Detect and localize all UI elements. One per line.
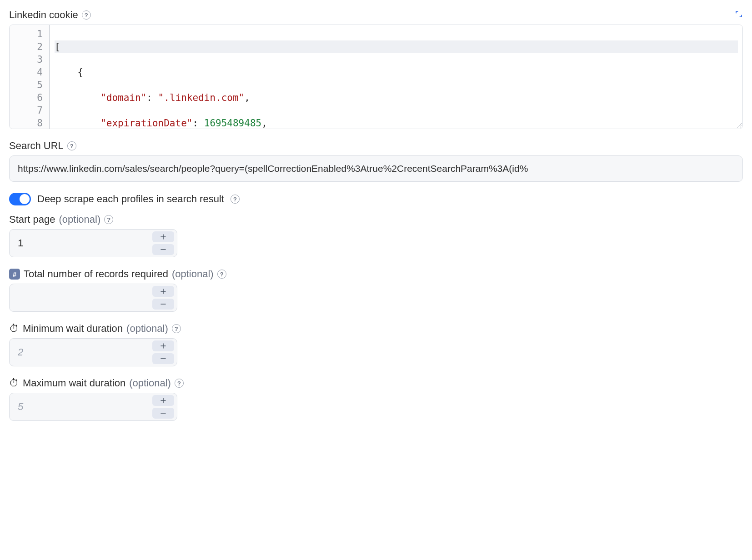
min-wait-label: Minimum wait duration <box>23 323 123 335</box>
toggle-knob <box>20 194 30 204</box>
line-number: 7 <box>14 104 43 117</box>
decrement-button[interactable] <box>152 408 174 419</box>
increment-button[interactable] <box>152 286 174 297</box>
line-number: 1 <box>14 28 43 40</box>
code-token: ".linkedin.com" <box>158 92 245 103</box>
optional-text: (optional) <box>172 268 214 280</box>
help-icon[interactable]: ? <box>104 215 113 224</box>
decrement-button[interactable] <box>152 244 174 255</box>
min-wait-input[interactable] <box>10 339 152 366</box>
deep-scrape-label: Deep scrape each profiles in search resu… <box>37 193 224 205</box>
total-records-label: Total number of records required <box>24 268 168 280</box>
stopwatch-icon: ⏱ <box>9 323 19 335</box>
optional-text: (optional) <box>59 214 101 225</box>
help-icon[interactable]: ? <box>231 195 240 204</box>
help-icon[interactable]: ? <box>82 10 91 20</box>
cookie-code-editor[interactable]: 1 2 3 4 5 6 7 8 [ { "domain": ".linkedin… <box>9 25 743 129</box>
help-icon[interactable]: ? <box>172 324 181 333</box>
total-records-input[interactable] <box>10 284 152 311</box>
line-number: 6 <box>14 91 43 104</box>
line-number: 5 <box>14 79 43 91</box>
code-content[interactable]: [ { "domain": ".linkedin.com", "expirati… <box>50 25 742 129</box>
deep-scrape-toggle[interactable] <box>9 193 31 205</box>
code-token: "domain" <box>100 92 146 103</box>
help-icon[interactable]: ? <box>175 379 184 388</box>
optional-text: (optional) <box>126 323 168 335</box>
increment-button[interactable] <box>152 395 174 406</box>
increment-button[interactable] <box>152 231 174 242</box>
line-number: 4 <box>14 66 43 79</box>
max-wait-input[interactable] <box>10 393 152 420</box>
decrement-button[interactable] <box>152 299 174 310</box>
start-page-label: Start page <box>9 214 55 225</box>
search-url-label: Search URL <box>9 140 64 152</box>
decrement-button[interactable] <box>152 353 174 364</box>
help-icon[interactable]: ? <box>217 270 226 279</box>
start-page-input[interactable] <box>10 230 152 257</box>
cookie-label: Linkedin cookie <box>9 9 78 21</box>
search-url-input[interactable] <box>9 155 743 182</box>
code-token: 1695489485 <box>204 118 261 129</box>
help-icon[interactable]: ? <box>67 141 76 150</box>
expand-icon[interactable] <box>735 9 743 21</box>
optional-text: (optional) <box>129 377 171 389</box>
increment-button[interactable] <box>152 340 174 351</box>
code-gutter: 1 2 3 4 5 6 7 8 <box>10 25 50 129</box>
stopwatch-icon: ⏱ <box>9 377 19 389</box>
line-number: 2 <box>14 40 43 53</box>
line-number: 3 <box>14 53 43 66</box>
max-wait-label: Maximum wait duration <box>23 377 125 389</box>
hash-icon: # <box>9 269 20 280</box>
code-token: "expirationDate" <box>100 118 192 129</box>
line-number: 8 <box>14 117 43 129</box>
